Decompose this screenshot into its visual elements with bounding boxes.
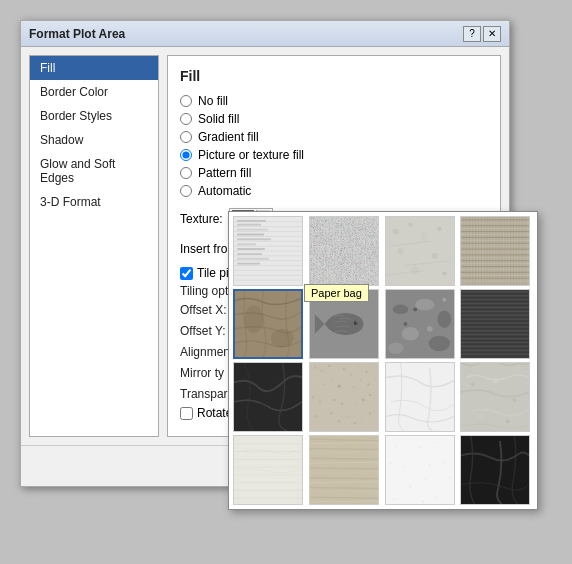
svg-line-203 xyxy=(310,478,378,479)
sidebar-item-shadow[interactable]: Shadow xyxy=(30,128,158,152)
texture-black-marble[interactable] xyxy=(460,435,530,505)
gradient-fill-radio[interactable] xyxy=(180,131,192,143)
automatic-radio[interactable] xyxy=(180,185,192,197)
svg-rect-185 xyxy=(234,436,302,504)
sidebar-item-3d[interactable]: 3-D Format xyxy=(30,190,158,214)
texture-sand[interactable] xyxy=(309,362,379,432)
help-button[interactable]: ? xyxy=(463,26,481,42)
svg-rect-16 xyxy=(237,229,268,231)
texture-papyrus[interactable] xyxy=(309,435,379,505)
picture-texture-fill-row: Picture or texture fill xyxy=(180,148,488,162)
automatic-row: Automatic xyxy=(180,184,488,198)
svg-point-217 xyxy=(414,460,415,461)
pattern-fill-label: Pattern fill xyxy=(198,166,251,180)
texture-linen[interactable] xyxy=(460,216,530,286)
svg-point-161 xyxy=(312,396,314,398)
tile-checkbox[interactable] xyxy=(180,267,193,280)
svg-point-99 xyxy=(401,327,418,341)
texture-white-marble[interactable] xyxy=(385,362,455,432)
sidebar-item-border-styles[interactable]: Border Styles xyxy=(30,104,158,128)
svg-point-175 xyxy=(353,422,355,424)
automatic-label: Automatic xyxy=(198,184,251,198)
solid-fill-row: Solid fill xyxy=(180,112,488,126)
svg-line-197 xyxy=(310,449,378,450)
svg-point-228 xyxy=(435,496,437,498)
svg-rect-22 xyxy=(237,258,269,260)
svg-point-218 xyxy=(428,464,430,466)
no-fill-label: No fill xyxy=(198,94,228,108)
svg-rect-23 xyxy=(237,263,260,265)
svg-point-166 xyxy=(348,397,350,399)
texture-dark-marble[interactable] xyxy=(233,362,303,432)
svg-point-103 xyxy=(426,326,432,332)
svg-point-174 xyxy=(346,415,348,417)
gradient-fill-label: Gradient fill xyxy=(198,130,259,144)
svg-rect-142 xyxy=(310,363,378,431)
sidebar-item-border-color[interactable]: Border Color xyxy=(30,80,158,104)
svg-point-219 xyxy=(443,461,445,463)
solid-fill-radio[interactable] xyxy=(180,113,192,125)
svg-point-221 xyxy=(409,486,411,488)
texture-dark-fabric[interactable] xyxy=(460,289,530,359)
svg-point-176 xyxy=(361,417,364,420)
texture-light-stone[interactable] xyxy=(460,362,530,432)
svg-point-171 xyxy=(322,418,324,420)
svg-point-212 xyxy=(419,447,421,449)
svg-point-210 xyxy=(394,445,396,447)
no-fill-row: No fill xyxy=(180,94,488,108)
svg-point-182 xyxy=(513,398,517,402)
title-bar-buttons: ? ✕ xyxy=(463,26,501,42)
texture-grid-popup: Paper bag xyxy=(228,211,538,510)
texture-tissue[interactable] xyxy=(309,216,379,286)
rotate-checkbox[interactable] xyxy=(180,407,193,420)
texture-paper-bag[interactable] xyxy=(233,289,303,359)
svg-point-173 xyxy=(337,420,340,423)
close-button[interactable]: ✕ xyxy=(483,26,501,42)
svg-point-169 xyxy=(369,394,371,396)
dialog-title: Format Plot Area xyxy=(29,27,125,41)
svg-rect-194 xyxy=(310,436,378,504)
svg-point-148 xyxy=(350,374,352,376)
svg-point-158 xyxy=(359,379,362,382)
svg-point-225 xyxy=(392,498,394,500)
svg-point-216 xyxy=(402,466,404,468)
svg-point-102 xyxy=(403,322,407,326)
svg-rect-15 xyxy=(237,224,261,226)
texture-light-paper[interactable] xyxy=(233,435,303,505)
svg-point-36 xyxy=(437,227,441,231)
no-fill-radio[interactable] xyxy=(180,95,192,107)
svg-rect-14 xyxy=(237,220,266,222)
svg-point-224 xyxy=(448,477,450,479)
picture-texture-fill-radio[interactable] xyxy=(180,149,192,161)
svg-point-37 xyxy=(397,248,403,254)
sidebar-item-glow[interactable]: Glow and Soft Edges xyxy=(30,152,158,190)
svg-point-105 xyxy=(442,298,446,302)
format-plot-area-dialog: Format Plot Area ? ✕ Fill Border Color B… xyxy=(20,20,510,487)
sidebar: Fill Border Color Border Styles Shadow G… xyxy=(29,55,159,437)
svg-point-34 xyxy=(408,223,412,227)
texture-grid xyxy=(233,216,533,505)
svg-rect-106 xyxy=(461,290,529,358)
texture-white-texture[interactable] xyxy=(385,435,455,505)
svg-point-180 xyxy=(471,382,475,386)
svg-point-144 xyxy=(320,369,323,372)
solid-fill-label: Solid fill xyxy=(198,112,239,126)
svg-point-162 xyxy=(318,400,321,403)
svg-point-163 xyxy=(326,394,328,396)
svg-point-177 xyxy=(369,413,371,415)
svg-point-146 xyxy=(336,372,338,374)
svg-point-104 xyxy=(413,307,417,311)
svg-point-97 xyxy=(415,299,434,311)
svg-point-35 xyxy=(420,233,428,241)
texture-fish-fossil[interactable] xyxy=(309,289,379,359)
svg-point-170 xyxy=(314,415,317,418)
pattern-fill-row: Pattern fill xyxy=(180,166,488,180)
texture-recycled[interactable] xyxy=(385,216,455,286)
svg-line-201 xyxy=(310,468,378,469)
svg-point-229 xyxy=(450,501,451,502)
texture-granite[interactable] xyxy=(385,289,455,359)
svg-rect-21 xyxy=(237,253,262,255)
texture-newsprint[interactable] xyxy=(233,216,303,286)
pattern-fill-radio[interactable] xyxy=(180,167,192,179)
sidebar-item-fill[interactable]: Fill xyxy=(30,56,158,80)
